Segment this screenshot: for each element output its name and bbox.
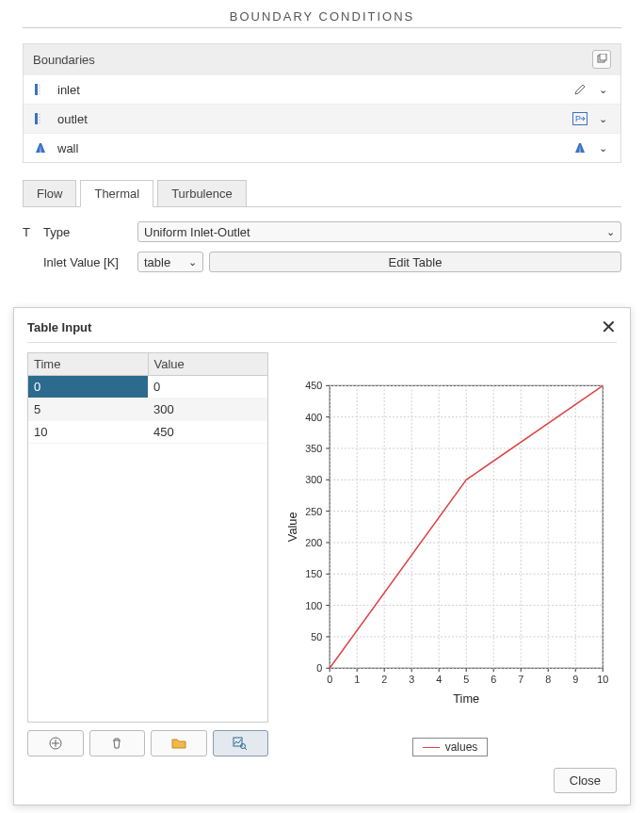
svg-text:3: 3: [409, 674, 414, 685]
trash-icon: [110, 737, 123, 750]
svg-text:0: 0: [316, 662, 322, 674]
thermal-form: T Type Uniform Inlet-Outlet ⌄ Inlet Valu…: [23, 221, 621, 272]
dialog-title: Table Input: [27, 320, 91, 334]
table-input-dialog: Table Input ✕ Time Value 0 0 5 300 10: [13, 307, 631, 805]
wall-type-icon[interactable]: [572, 139, 588, 156]
svg-text:400: 400: [305, 412, 322, 423]
wall-icon: [33, 140, 48, 155]
copy-icon[interactable]: [592, 50, 611, 69]
inlet-mode-value: table: [144, 255, 170, 269]
add-row-button[interactable]: [27, 730, 84, 756]
chevron-down-icon[interactable]: ⌄: [594, 110, 611, 127]
boundary-label: outlet: [57, 112, 566, 126]
boundary-row-wall[interactable]: wall ⌄: [24, 133, 620, 162]
cell-value[interactable]: 0: [148, 376, 267, 398]
type-select-value: Uniform Inlet-Outlet: [144, 225, 250, 239]
preview-button[interactable]: [213, 730, 269, 756]
chart-legend: values: [412, 738, 489, 756]
delete-row-button[interactable]: [89, 730, 146, 756]
chart-zoom-icon: [233, 737, 248, 750]
chevron-down-icon: ⌄: [188, 256, 197, 268]
variable-T-label: T: [23, 225, 43, 239]
cell-time[interactable]: 0: [28, 376, 148, 398]
table-row[interactable]: 5 300: [28, 398, 267, 421]
table-header: Time Value: [28, 353, 267, 376]
open-file-button[interactable]: [151, 730, 207, 756]
svg-text:Value: Value: [285, 512, 299, 542]
table-row[interactable]: 10 450: [28, 421, 267, 444]
svg-text:5: 5: [463, 674, 469, 685]
svg-rect-1: [600, 54, 606, 60]
svg-text:10: 10: [597, 674, 608, 685]
boundaries-panel: Boundaries inlet ⌄ outlet P ⌄ wall ⌄: [23, 43, 621, 163]
cell-value[interactable]: 450: [148, 421, 267, 443]
svg-text:Time: Time: [453, 691, 479, 706]
data-table: Time Value 0 0 5 300 10 450: [27, 352, 268, 723]
chevron-down-icon: ⌄: [606, 226, 615, 238]
table-row[interactable]: 0 0: [28, 376, 267, 398]
svg-text:4: 4: [436, 674, 442, 685]
inlet-value-label: Inlet Value [K]: [43, 255, 137, 269]
svg-text:200: 200: [305, 537, 322, 548]
svg-text:300: 300: [305, 474, 322, 485]
cell-time[interactable]: 10: [28, 421, 148, 443]
svg-text:7: 7: [518, 674, 523, 685]
edit-table-button[interactable]: Edit Table: [209, 252, 621, 272]
svg-text:P: P: [575, 114, 581, 123]
svg-text:100: 100: [305, 600, 322, 611]
folder-icon: [171, 737, 186, 750]
boundary-row-inlet[interactable]: inlet ⌄: [24, 74, 620, 104]
boundary-label: wall: [57, 141, 566, 155]
svg-text:1: 1: [354, 674, 360, 685]
chevron-down-icon[interactable]: ⌄: [594, 81, 611, 98]
svg-text:150: 150: [305, 568, 322, 579]
chevron-down-icon[interactable]: ⌄: [594, 139, 611, 156]
svg-line-11: [245, 748, 247, 750]
cell-time[interactable]: 5: [28, 398, 148, 420]
dialog-divider: [27, 342, 617, 343]
tab-thermal[interactable]: Thermal: [80, 180, 153, 207]
boundary-label: inlet: [57, 83, 566, 97]
edit-icon[interactable]: [572, 81, 588, 98]
outlet-icon: [33, 111, 48, 126]
legend-label: values: [445, 740, 478, 754]
inlet-icon: [33, 82, 48, 97]
svg-text:450: 450: [305, 380, 322, 391]
svg-rect-4: [35, 113, 38, 124]
svg-text:2: 2: [381, 674, 387, 685]
inlet-mode-select[interactable]: table ⌄: [137, 252, 203, 272]
type-select[interactable]: Uniform Inlet-Outlet ⌄: [137, 221, 621, 242]
svg-text:9: 9: [572, 674, 578, 685]
boundary-row-outlet[interactable]: outlet P ⌄: [24, 104, 620, 133]
pressure-icon[interactable]: P: [572, 110, 588, 127]
type-label: Type: [43, 225, 137, 239]
close-icon[interactable]: ✕: [601, 317, 617, 336]
svg-text:50: 50: [311, 631, 322, 642]
plus-circle-icon: [49, 737, 62, 750]
tab-bar: Flow Thermal Turbulence: [23, 180, 621, 207]
svg-text:6: 6: [491, 674, 496, 685]
close-button[interactable]: Close: [554, 768, 617, 793]
boundaries-header: Boundaries: [24, 44, 620, 74]
svg-text:8: 8: [545, 674, 551, 685]
page-title: BOUNDARY CONDITIONS: [0, 0, 644, 27]
tab-turbulence[interactable]: Turbulence: [157, 180, 247, 207]
col-time[interactable]: Time: [28, 353, 149, 375]
line-chart: 012345678910050100150200250300350400450T…: [283, 352, 617, 734]
boundaries-header-label: Boundaries: [33, 53, 95, 67]
legend-swatch: [423, 747, 440, 748]
chart-panel: 012345678910050100150200250300350400450T…: [283, 352, 617, 756]
cell-value[interactable]: 300: [148, 398, 267, 420]
tab-flow[interactable]: Flow: [23, 180, 76, 207]
divider: [23, 27, 621, 28]
svg-text:0: 0: [327, 674, 332, 685]
svg-text:250: 250: [305, 506, 322, 517]
svg-rect-2: [35, 84, 38, 95]
svg-text:350: 350: [305, 443, 322, 454]
col-value[interactable]: Value: [149, 353, 268, 375]
